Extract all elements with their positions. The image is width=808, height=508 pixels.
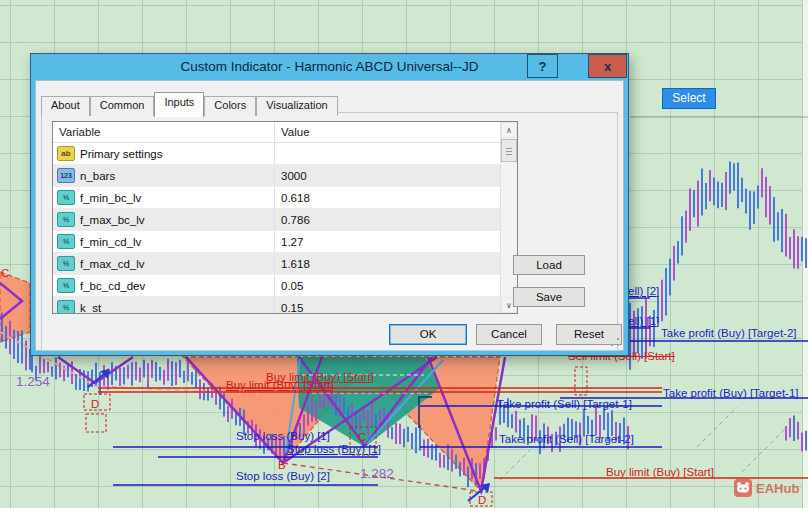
column-header-value[interactable]: Value	[275, 122, 517, 142]
variable-name: f_max_bc_lv	[80, 214, 145, 226]
value-cell[interactable]: 1.27	[275, 236, 500, 248]
eahub-logo-icon	[734, 479, 752, 497]
tab-common[interactable]: Common	[90, 96, 155, 116]
close-button[interactable]: x	[588, 54, 627, 78]
cancel-button[interactable]: Cancel	[476, 324, 542, 345]
scroll-up-icon[interactable]: ∧	[501, 122, 517, 138]
table-scrollbar[interactable]: ∧ ∨	[500, 122, 517, 313]
variable-name: n_bars	[80, 170, 115, 182]
variable-cell[interactable]: ½f_min_cd_lv	[53, 231, 275, 252]
variable-cell[interactable]: ½f_bc_cd_dev	[53, 275, 275, 296]
mt4-window: ell) [2]ell) [1]Take profit (Buy) [Targe…	[0, 0, 808, 508]
table-rows: abPrimary settings123n_bars3000½f_min_bc…	[53, 143, 500, 313]
tab-about[interactable]: About	[41, 96, 90, 116]
table-row[interactable]: ½f_max_bc_lv0.786	[53, 209, 500, 231]
dialog-body: AboutCommonInputsColorsVisualization Var…	[35, 80, 624, 351]
variable-name: f_min_bc_lv	[80, 192, 141, 204]
tab-visualization[interactable]: Visualization	[256, 96, 338, 116]
resize-grip[interactable]	[609, 336, 621, 348]
value-cell[interactable]: 1.618	[275, 258, 500, 270]
variable-cell[interactable]: 123n_bars	[53, 165, 275, 186]
ok-button[interactable]: OK	[389, 324, 467, 345]
value-cell[interactable]: 0.786	[275, 214, 500, 226]
help-button[interactable]: ?	[527, 54, 558, 78]
variable-cell[interactable]: ½k_st	[53, 297, 275, 313]
value-cell[interactable]: 0.15	[275, 302, 500, 314]
frac-type-icon: ½	[57, 278, 75, 293]
indicator-dialog: Custom Indicator - Harmonic ABCD Univers…	[30, 53, 629, 356]
value-cell[interactable]: 0.05	[275, 280, 500, 292]
load-button[interactable]: Load	[513, 255, 585, 275]
123-type-icon: 123	[57, 168, 75, 183]
table-row[interactable]: ½f_bc_cd_dev0.05	[53, 275, 500, 297]
value-cell[interactable]: 0.618	[275, 192, 500, 204]
column-header-variable[interactable]: Variable	[53, 122, 275, 142]
table-row[interactable]: ½f_min_cd_lv1.27	[53, 231, 500, 253]
tab-inputs[interactable]: Inputs	[154, 92, 204, 117]
table-row[interactable]: ½f_min_bc_lv0.618	[53, 187, 500, 209]
variable-cell[interactable]: ½f_min_bc_lv	[53, 187, 275, 208]
ab-type-icon: ab	[57, 146, 75, 161]
table-row[interactable]: ½k_st0.15	[53, 297, 500, 313]
variable-cell[interactable]: ½f_max_cd_lv	[53, 253, 275, 274]
variable-cell[interactable]: abPrimary settings	[53, 143, 275, 164]
scrollbar-thumb[interactable]	[501, 139, 517, 162]
table-header: Variable Value	[53, 122, 517, 143]
variable-cell[interactable]: ½f_max_bc_lv	[53, 209, 275, 230]
dialog-tabs: AboutCommonInputsColorsVisualization	[41, 92, 338, 116]
variable-name: f_bc_cd_dev	[80, 280, 145, 292]
value-cell[interactable]: 3000	[275, 170, 500, 182]
inputs-tab-panel: Variable Value abPrimary settings123n_ba…	[41, 112, 618, 351]
table-row[interactable]: ½f_max_cd_lv1.618	[53, 253, 500, 275]
tab-colors[interactable]: Colors	[204, 96, 256, 116]
variable-name: Primary settings	[80, 148, 162, 160]
eahub-watermark: EAHub	[734, 479, 799, 497]
frac-type-icon: ½	[57, 234, 75, 249]
inputs-table: Variable Value abPrimary settings123n_ba…	[52, 121, 518, 314]
select-button[interactable]: Select	[662, 88, 716, 109]
dialog-frame: AboutCommonInputsColorsVisualization Var…	[31, 80, 628, 355]
frac-type-icon: ½	[57, 212, 75, 227]
frac-type-icon: ½	[57, 300, 75, 313]
variable-name: k_st	[80, 302, 101, 314]
eahub-watermark-text: EAHub	[756, 481, 799, 496]
frac-type-icon: ½	[57, 190, 75, 205]
frac-type-icon: ½	[57, 256, 75, 271]
table-row[interactable]: abPrimary settings	[53, 143, 500, 165]
table-row[interactable]: 123n_bars3000	[53, 165, 500, 187]
variable-name: f_max_cd_lv	[80, 258, 145, 270]
save-button[interactable]: Save	[513, 287, 585, 307]
dialog-titlebar[interactable]: Custom Indicator - Harmonic ABCD Univers…	[31, 54, 628, 80]
variable-name: f_min_cd_lv	[80, 236, 141, 248]
